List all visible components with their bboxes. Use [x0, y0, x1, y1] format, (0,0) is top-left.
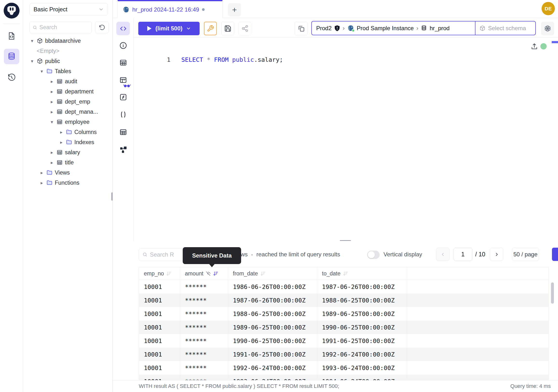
table-cell[interactable]: 1989-06-25T00:00:00Z: [228, 321, 317, 334]
table-cell[interactable]: ******: [180, 280, 228, 294]
caret-right-icon[interactable]: ▸: [49, 109, 54, 115]
results-edge-button[interactable]: [552, 248, 558, 261]
column-header-to_date[interactable]: to_date: [317, 267, 407, 280]
table-panel-icon[interactable]: [116, 56, 130, 69]
caret-right-icon[interactable]: ▸: [49, 79, 54, 84]
project-select[interactable]: Basic Project: [29, 3, 108, 16]
tree-item-title[interactable]: ▸title: [23, 157, 112, 167]
tree-item-tables[interactable]: ▾Tables: [23, 66, 112, 76]
caret-down-icon[interactable]: ▾: [29, 38, 35, 44]
table-list-panel-icon[interactable]: [116, 125, 130, 139]
sort-icon[interactable]: [343, 271, 348, 276]
code-line-1[interactable]: 1SELECT * FROM public.salary;: [133, 44, 283, 76]
tree-item-public[interactable]: ▾public: [23, 56, 112, 66]
caret-down-icon[interactable]: ▾: [49, 119, 54, 125]
run-query-button[interactable]: (limit 500): [138, 22, 200, 35]
sql-code[interactable]: SELECT * FROM public.salary;: [181, 56, 283, 63]
caret-right-icon[interactable]: ▸: [49, 150, 54, 155]
table-cell[interactable]: 1991-06-25T00:00:00Z: [317, 334, 407, 348]
table-cell[interactable]: 1986-06-26T00:00:00Z: [228, 280, 317, 294]
tools-button[interactable]: [204, 22, 217, 35]
worksheet-icon[interactable]: [4, 28, 19, 44]
table-cell[interactable]: ******: [180, 375, 228, 380]
table-cell[interactable]: 1991-06-25T00:00:00Z: [228, 348, 317, 361]
caret-right-icon[interactable]: ▸: [39, 170, 44, 175]
eye-off-icon[interactable]: [206, 271, 211, 276]
caret-right-icon[interactable]: ▸: [59, 129, 64, 135]
table-cell[interactable]: 1994-06-24T00:00:00Z: [317, 375, 407, 380]
table-cell[interactable]: 10001: [139, 334, 180, 348]
tree-item-department[interactable]: ▸department: [23, 87, 112, 96]
code-panel-icon[interactable]: [116, 22, 130, 35]
sensitive-table-panel-icon[interactable]: [116, 73, 130, 87]
table-cell[interactable]: 1993-06-24T00:00:00Z: [228, 375, 317, 380]
caret-right-icon[interactable]: ▸: [49, 99, 54, 105]
tab-hr-prod[interactable]: hr_prod 2024-11-22 16:49: [118, 0, 223, 18]
function-panel-icon[interactable]: [116, 90, 130, 104]
sort-icon[interactable]: [213, 271, 218, 276]
sidebar-search[interactable]: [29, 21, 92, 33]
column-header-amount[interactable]: amount: [180, 267, 228, 280]
table-cell[interactable]: 1987-06-26T00:00:00Z: [228, 294, 317, 307]
table-cell[interactable]: 1988-06-25T00:00:00Z: [317, 294, 407, 307]
sql-code-editor[interactable]: 1SELECT * FROM public.salary;: [133, 37, 558, 241]
table-cell[interactable]: 10001: [139, 280, 180, 294]
table-cell[interactable]: 10001: [139, 321, 180, 334]
table-cell[interactable]: ******: [180, 334, 228, 348]
table-cell[interactable]: ******: [180, 348, 228, 361]
table-cell[interactable]: 10001: [139, 307, 180, 321]
caret-right-icon[interactable]: ▸: [39, 180, 44, 186]
tree-item-indexes[interactable]: ▸Indexes: [23, 137, 112, 147]
table-cell[interactable]: 10001: [139, 348, 180, 361]
table-cell[interactable]: ******: [180, 321, 228, 334]
table-cell[interactable]: 1988-06-25T00:00:00Z: [228, 307, 317, 321]
column-header-from_date[interactable]: from_date: [228, 267, 317, 280]
share-button[interactable]: [238, 22, 251, 35]
table-cell[interactable]: 10001: [139, 361, 180, 375]
table-cell[interactable]: 1990-06-25T00:00:00Z: [317, 321, 407, 334]
caret-down-icon[interactable]: ▾: [39, 69, 44, 74]
new-tab-button[interactable]: +: [228, 3, 241, 17]
tree-item-empty[interactable]: <Empty>: [23, 46, 112, 56]
database-nav-icon[interactable]: [4, 49, 19, 64]
caret-right-icon[interactable]: ▸: [59, 139, 64, 145]
table-cell[interactable]: ******: [180, 361, 228, 375]
table-cell[interactable]: 1992-06-24T00:00:00Z: [228, 361, 317, 375]
refresh-button[interactable]: [95, 21, 109, 33]
tree-item-columns[interactable]: ▸Columns: [23, 127, 112, 137]
sort-icon[interactable]: [260, 271, 266, 276]
table-cell[interactable]: 10001: [139, 294, 180, 307]
table-cell[interactable]: 1989-06-25T00:00:00Z: [317, 307, 407, 321]
table-cell[interactable]: 10001: [139, 375, 180, 380]
batch-query-button[interactable]: [295, 22, 307, 35]
tree-item-audit[interactable]: ▸audit: [23, 76, 112, 87]
export-sheet-icon[interactable]: [531, 43, 538, 51]
tree-item-dept-emp[interactable]: ▸dept_emp: [23, 96, 112, 107]
page-number-input[interactable]: [453, 248, 472, 261]
history-icon[interactable]: [4, 70, 19, 85]
user-avatar[interactable]: DE: [541, 2, 555, 15]
chevron-down-icon[interactable]: [186, 26, 191, 31]
ai-assistant-button[interactable]: [541, 22, 554, 35]
caret-right-icon[interactable]: ▸: [49, 160, 54, 165]
table-cell[interactable]: 1992-06-24T00:00:00Z: [317, 348, 407, 361]
tree-item-dept-mana[interactable]: ▸dept_mana...: [23, 107, 112, 117]
tree-item-employee[interactable]: ▾employee: [23, 117, 112, 127]
schema-diagram-icon[interactable]: [116, 143, 130, 156]
column-header-emp_no[interactable]: emp_no: [139, 267, 180, 280]
page-size-select[interactable]: 50 / page: [512, 248, 539, 261]
table-cell[interactable]: 1990-06-25T00:00:00Z: [228, 334, 317, 348]
prev-page-button[interactable]: [436, 248, 449, 261]
tree-item-salary[interactable]: ▸salary: [23, 147, 112, 157]
table-cell[interactable]: ******: [180, 307, 228, 321]
table-cell[interactable]: 1987-06-26T00:00:00Z: [317, 280, 407, 294]
connection-path[interactable]: Prod2 › Prod Sample Instance › hr_prod: [312, 21, 475, 35]
caret-right-icon[interactable]: ▸: [49, 89, 54, 94]
tree-item-views[interactable]: ▸Views: [23, 167, 112, 178]
vertical-display-toggle[interactable]: [367, 251, 380, 259]
tree-item-functions[interactable]: ▸Functions: [23, 178, 112, 188]
bytebase-logo[interactable]: [3, 2, 20, 19]
next-page-button[interactable]: [490, 248, 503, 261]
connection-breadcrumb[interactable]: Prod2 › Prod Sample Instance › hr_prod S…: [311, 21, 536, 35]
info-panel-icon[interactable]: [116, 39, 130, 52]
